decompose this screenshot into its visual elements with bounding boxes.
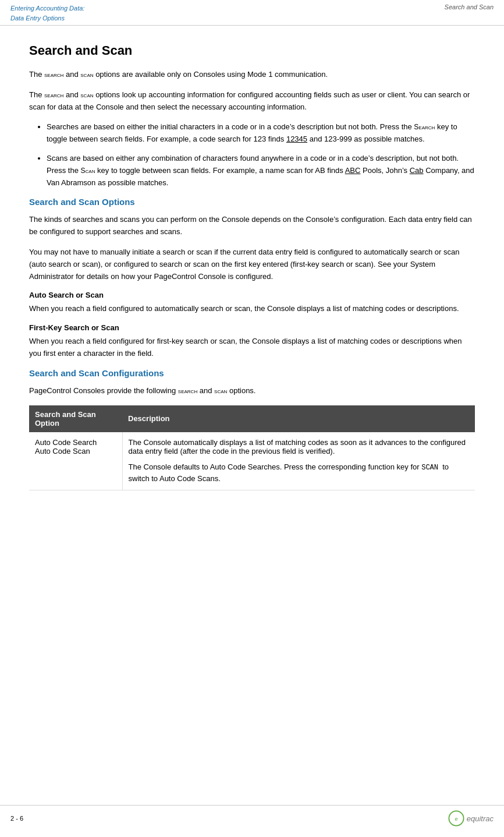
auto-search-para: When you reach a field configured to aut… — [29, 303, 475, 315]
header-breadcrumb-line1: Entering Accounting Data: — [10, 3, 84, 13]
search-smallcaps-2: search — [44, 91, 63, 99]
table-header-row: Search and Scan Option Description — [29, 405, 475, 432]
firstkey-heading: First-Key Search or Scan — [29, 323, 475, 332]
bullet-list: Searches are based on either the initial… — [47, 121, 475, 189]
header-right: Search and Scan — [445, 3, 494, 10]
auto-search-heading: Auto Search or Scan — [29, 291, 475, 299]
page-footer: 2 - 6 e equitrac — [0, 805, 504, 827]
equitrac-logo: e equitrac — [448, 810, 494, 827]
table-row: Auto Code SearchAuto Code Scan The Conso… — [29, 432, 475, 490]
para-2: The search and scan options look up acco… — [29, 89, 475, 114]
bullet-item-1: Searches are based on either the initial… — [47, 121, 475, 146]
scan-mono: SCAN — [421, 464, 438, 472]
para-1: The search and scan options are availabl… — [29, 69, 475, 81]
main-content: Search and Scan The search and scan opti… — [0, 26, 504, 537]
page-header: Entering Accounting Data: Data Entry Opt… — [0, 0, 504, 26]
underline-cab: Cab — [410, 166, 424, 175]
section1-para1: The kinds of searches and scans you can … — [29, 214, 475, 238]
section-heading-1: Search and Scan Options — [29, 197, 475, 207]
search-key-smallcaps: Search — [414, 123, 435, 131]
equitrac-logo-icon: e — [448, 810, 464, 827]
section3-intro: PageControl Consoles provide the followi… — [29, 385, 475, 397]
header-breadcrumb-line2: Data Entry Options — [10, 13, 84, 23]
table-cell-option: Auto Code SearchAuto Code Scan — [29, 432, 122, 490]
section-heading-3: Search and Scan Configurations — [29, 368, 475, 378]
scan-smallcaps-2: scan — [80, 91, 93, 99]
table-desc-p1: The Console automatically displays a lis… — [129, 438, 466, 455]
scan-smallcaps-3: scan — [214, 387, 227, 395]
underline-12345: 12345 — [286, 135, 307, 143]
section1-para2: You may not have to manually initiate a … — [29, 246, 475, 282]
search-smallcaps: search — [44, 70, 63, 79]
col-header-option: Search and Scan Option — [29, 405, 122, 432]
header-left: Entering Accounting Data: Data Entry Opt… — [10, 3, 84, 23]
scan-smallcaps: scan — [80, 70, 93, 79]
scan-key-smallcaps: Scan — [81, 167, 95, 175]
search-smallcaps-3: search — [178, 387, 197, 395]
bullet-item-2: Scans are based on either any combinatio… — [47, 153, 475, 189]
table-desc-p2: The Console defaults to Auto Code Search… — [129, 461, 470, 485]
svg-text:e: e — [455, 816, 457, 822]
page-number: 2 - 6 — [10, 815, 23, 822]
table-cell-description: The Console automatically displays a lis… — [122, 432, 475, 490]
underline-abc: ABC — [345, 166, 361, 175]
search-scan-table: Search and Scan Option Description Auto … — [29, 405, 475, 491]
col-header-description: Description — [122, 405, 475, 432]
firstkey-para: When you reach a field configured for fi… — [29, 335, 475, 360]
equitrac-logo-text: equitrac — [467, 814, 494, 823]
page-title: Search and Scan — [29, 43, 475, 58]
